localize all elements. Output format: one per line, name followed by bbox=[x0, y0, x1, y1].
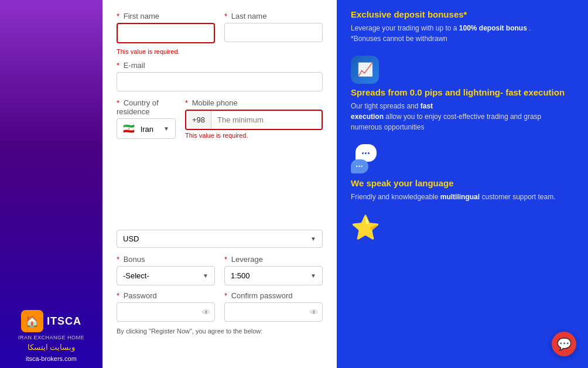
chart-icon-row: 📈 bbox=[351, 56, 574, 84]
last-name-group: * Last name bbox=[224, 12, 323, 43]
star-icon: ⭐ bbox=[351, 214, 380, 240]
last-name-label: * Last name bbox=[224, 12, 323, 21]
confirm-password-group: * Confirm password 👁 bbox=[224, 291, 323, 322]
chat-fab-button[interactable]: 💬 bbox=[552, 332, 576, 356]
first-name-group: * First name bbox=[117, 12, 215, 43]
chat-icon-row: ••• ••• bbox=[351, 144, 574, 175]
bonus-group: * Bonus -Select- ▼ bbox=[117, 255, 215, 285]
country-value: Iran bbox=[141, 125, 153, 134]
leverage-group: * Leverage 1:500 ▼ bbox=[224, 255, 323, 285]
last-name-input[interactable] bbox=[224, 23, 323, 42]
name-row: * First name * Last name bbox=[117, 12, 323, 43]
currency-chevron-icon: ▼ bbox=[310, 236, 316, 242]
currency-selected-area: USD ▼ bbox=[117, 230, 323, 248]
country-select[interactable]: 🇮🇷 Iran ▼ bbox=[117, 118, 176, 139]
logo-domain: itsca-brokers.com bbox=[26, 355, 77, 362]
confirm-password-label: * Confirm password bbox=[224, 291, 323, 300]
currency-section: -Select- EUR GBP USD JPY µBTC IRX ADA XE… bbox=[117, 230, 323, 248]
leverage-select[interactable]: 1:500 ▼ bbox=[224, 266, 323, 285]
agree-text: By clicking "Register Now", you agree to… bbox=[117, 328, 323, 335]
bonus-leverage-row: * Bonus -Select- ▼ * Leverage 1:500 ▼ bbox=[117, 255, 323, 285]
bubble-dots: ••• bbox=[362, 149, 371, 156]
bonus-value: -Select- bbox=[123, 271, 149, 280]
bubble-dots-white: ••• bbox=[356, 163, 363, 169]
country-chevron-icon: ▼ bbox=[163, 125, 169, 132]
iran-flag: 🇮🇷 bbox=[123, 124, 135, 134]
chart-icon: 📈 bbox=[357, 62, 373, 77]
email-group: * E-mail bbox=[117, 61, 323, 91]
mobile-label: * Mobile phone bbox=[185, 98, 323, 107]
itsca-logo-icon: 🏠 bbox=[21, 310, 43, 332]
confirm-password-input-wrapper: 👁 bbox=[224, 302, 323, 322]
chart-icon-box: 📈 bbox=[351, 56, 379, 84]
first-name-input[interactable] bbox=[117, 23, 215, 43]
phone-row: +98 bbox=[185, 110, 323, 130]
leverage-chevron-icon: ▼ bbox=[310, 272, 316, 279]
password-input-wrapper: 👁 bbox=[117, 302, 215, 322]
promo-section-spreads: Spreads from 0.0 pips and lightning- fas… bbox=[351, 87, 574, 132]
phone-prefix: +98 bbox=[186, 111, 211, 129]
currency-selected-value: USD bbox=[123, 234, 139, 243]
form-area: * First name * Last name This value is r… bbox=[102, 0, 337, 368]
chat-fab-icon: 💬 bbox=[557, 337, 572, 351]
password-row: * Password 👁 * Confirm password 👁 bbox=[117, 291, 323, 322]
phone-input[interactable] bbox=[211, 111, 322, 129]
logo-text: ITSCA bbox=[47, 315, 81, 328]
password-input[interactable] bbox=[117, 302, 215, 322]
confirm-password-input[interactable] bbox=[224, 302, 323, 322]
promo-language-title: We speak your language bbox=[351, 178, 574, 188]
promo-language-body: Friendly and knowledgeable multilingual … bbox=[351, 192, 574, 202]
logo-subtitle: وبسایت ایتسکا bbox=[28, 343, 76, 352]
bonus-label: * Bonus bbox=[117, 255, 215, 264]
email-input[interactable] bbox=[117, 72, 323, 91]
iran-exchange-label: IRAN EXCHANGE HOME bbox=[18, 335, 84, 340]
first-name-error: This value is required. bbox=[117, 46, 323, 56]
promo-spreads-body: Our tight spreads and fast execution all… bbox=[351, 101, 574, 132]
promo-deposit-title: Exclusive deposit bonuses* bbox=[351, 9, 574, 19]
promo-spreads-title: Spreads from 0.0 pips and lightning- fas… bbox=[351, 87, 574, 97]
leverage-label: * Leverage bbox=[224, 255, 323, 264]
promo-deposit-body: Leverage your trading with up to a 100% … bbox=[351, 23, 574, 44]
svg-text:🏠: 🏠 bbox=[25, 315, 39, 328]
bonus-select[interactable]: -Select- ▼ bbox=[117, 266, 215, 285]
country-label: * Country of residence bbox=[117, 98, 176, 116]
mobile-group: * Mobile phone +98 This value is require… bbox=[185, 98, 323, 139]
password-label: * Password bbox=[117, 291, 215, 300]
password-eye-icon[interactable]: 👁 bbox=[202, 308, 210, 317]
confirm-eye-icon[interactable]: 👁 bbox=[310, 308, 318, 317]
bubble-secondary: ••• bbox=[351, 159, 368, 173]
promo-section-language: We speak your language Friendly and know… bbox=[351, 178, 574, 202]
right-panel: Exclusive deposit bonuses* Leverage your… bbox=[337, 0, 588, 368]
country-group: * Country of residence 🇮🇷 Iran ▼ bbox=[117, 98, 176, 139]
left-sidebar: 🏠 ITSCA IRAN EXCHANGE HOME وبسایت ایتسکا… bbox=[0, 0, 102, 368]
logo-box: 🏠 ITSCA bbox=[21, 310, 81, 332]
country-mobile-row: * Country of residence 🇮🇷 Iran ▼ * Mobil… bbox=[117, 98, 323, 139]
first-name-label: * First name bbox=[117, 12, 215, 21]
password-group: * Password 👁 bbox=[117, 291, 215, 322]
currency-selected-row[interactable]: USD ▼ bbox=[117, 230, 323, 248]
bonus-chevron-icon: ▼ bbox=[203, 272, 208, 279]
leverage-value: 1:500 bbox=[231, 271, 250, 280]
star-icon-row: ⭐ bbox=[351, 214, 574, 241]
email-label: * E-mail bbox=[117, 61, 323, 70]
chat-bubble-container: ••• ••• bbox=[351, 144, 384, 175]
logo-area: 🏠 ITSCA IRAN EXCHANGE HOME وبسایت ایتسکا… bbox=[18, 310, 84, 362]
promo-section-deposit: Exclusive deposit bonuses* Leverage your… bbox=[351, 9, 574, 44]
phone-error: This value is required. bbox=[185, 132, 323, 139]
